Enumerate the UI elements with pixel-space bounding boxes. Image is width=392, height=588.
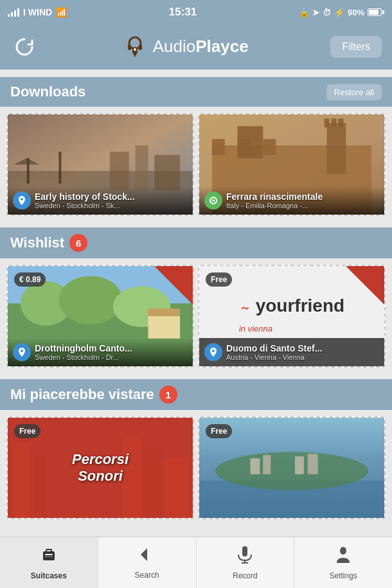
refresh-button[interactable] — [10, 33, 39, 61]
pin-icon-stockholm — [13, 192, 31, 209]
status-right: 🔒 ➤ ⏱ ⚡ 90% — [299, 8, 384, 17]
restore-all-button[interactable]: Restore all — [326, 84, 382, 100]
downloads-header: Downloads Restore all — [0, 77, 392, 107]
svg-rect-30 — [148, 313, 180, 339]
card-overlay-drottningholm: Drottningholm Canto... Sweden - Stockhol… — [8, 338, 193, 366]
tab-search-label: Search — [135, 571, 159, 580]
search-icon — [138, 546, 156, 568]
svg-rect-17 — [263, 139, 276, 155]
svg-rect-10 — [110, 152, 129, 190]
svg-rect-20 — [325, 118, 330, 127]
svg-rect-12 — [154, 155, 180, 190]
svg-rect-19 — [327, 123, 346, 174]
downloads-title: Downloads — [10, 84, 85, 100]
svg-rect-22 — [338, 118, 343, 127]
card-ferrara[interactable]: Ferrara rinascimentale Italy - Emilia-Ro… — [198, 113, 386, 216]
svg-rect-43 — [263, 455, 271, 474]
card-title-drottningholm: Drottningholm Canto... — [35, 343, 188, 353]
card-lake[interactable]: Free — [198, 416, 386, 519]
svg-rect-31 — [148, 308, 180, 316]
svg-rect-34 — [14, 442, 30, 518]
status-left: I WIND 📶 — [8, 7, 67, 17]
tab-search[interactable]: Search — [98, 537, 197, 588]
tab-record[interactable]: Record — [197, 537, 295, 588]
bluetooth-icon: ⚡ — [334, 8, 344, 17]
signal-icon — [8, 8, 19, 17]
svg-rect-11 — [136, 145, 148, 190]
price-yourfriend: Free — [206, 272, 232, 287]
card-subtitle-yourfriend: Austria - Vienna - Vienna — [226, 353, 379, 361]
time-display: 15:31 — [169, 6, 197, 19]
card-overlay-stockholm: Early history of Stock... Sweden - Stock… — [8, 186, 193, 215]
card-stockholm[interactable]: Early history of Stock... Sweden - Stock… — [6, 113, 194, 216]
percorsi-text: Percorsi Sonori — [54, 451, 147, 485]
clock-icon: ⏱ — [323, 8, 331, 17]
card-percorsi[interactable]: Percorsi Sonori Free — [6, 416, 194, 519]
card-drottningholm[interactable]: € 0.89 Drottningholm Canto... Sweden - S… — [6, 265, 194, 368]
svg-rect-42 — [250, 458, 260, 474]
app-logo: AudioPlayce — [121, 33, 249, 61]
price-lake: Free — [206, 424, 232, 438]
card-title-stockholm: Early history of Stock... — [35, 192, 188, 202]
tab-settings[interactable]: Settings — [294, 537, 392, 588]
svg-rect-1 — [128, 44, 131, 50]
battery-label: 90% — [348, 8, 364, 17]
suitcases-icon — [39, 545, 58, 569]
card-overlay-ferrara: Ferrara rinascimentale Italy - Emilia-Ro… — [199, 186, 384, 215]
svg-rect-51 — [242, 546, 247, 557]
app-header: AudioPlayce Filters — [0, 24, 392, 69]
mipiacere-badge: 1 — [159, 386, 177, 404]
ribbon-yourfriend — [346, 266, 384, 305]
tab-bar: Suitcases Search Record Se — [0, 537, 392, 588]
wishlist-section: Wishlist 6 — [0, 227, 392, 371]
carrier-label: I WIND — [23, 7, 52, 17]
mipiacere-title: Mi piacerebbe vistare — [10, 386, 154, 403]
wishlist-title: Wishlist — [10, 235, 64, 251]
svg-marker-50 — [141, 548, 147, 561]
card-yourfriend[interactable]: ～ yourfriend in vienna — [198, 265, 386, 368]
svg-point-54 — [340, 547, 346, 555]
card-overlay-yourfriend: Duomo di Santo Stef... Austria - Vienna … — [199, 338, 384, 366]
svg-rect-49 — [45, 557, 53, 557]
svg-point-4 — [134, 48, 136, 51]
yourfriend-text: ～ yourfriend in vienna — [239, 296, 344, 336]
svg-rect-8 — [58, 152, 61, 184]
location-icon: ➤ — [312, 8, 319, 17]
logo-text: AudioPlayce — [153, 37, 249, 57]
svg-rect-38 — [164, 458, 190, 518]
settings-icon — [334, 545, 352, 569]
mipiacere-header: Mi piacerebbe vistare 1 — [0, 379, 392, 410]
svg-rect-44 — [295, 456, 304, 474]
filters-button[interactable]: Filters — [330, 36, 382, 58]
ribbon-drottningholm — [154, 266, 193, 305]
card-title-ferrara: Ferrara rinascimentale — [226, 192, 379, 202]
downloads-section: Downloads Restore all — [0, 77, 392, 220]
svg-rect-37 — [145, 449, 161, 518]
battery-icon — [368, 8, 384, 16]
card-title-yourfriend: Duomo di Santo Stef... — [226, 343, 379, 353]
mipiacere-grid: Percorsi Sonori Free — [0, 413, 392, 523]
wifi-icon: 📶 — [56, 7, 67, 17]
svg-rect-18 — [238, 126, 263, 158]
svg-point-41 — [215, 452, 368, 490]
main-content: Downloads Restore all — [0, 69, 392, 537]
tab-suitcases[interactable]: Suitcases — [0, 537, 98, 588]
logo-icon — [121, 33, 149, 61]
wishlist-badge: 6 — [69, 234, 87, 252]
svg-rect-2 — [139, 44, 142, 50]
wishlist-header: Wishlist 6 — [0, 227, 392, 258]
svg-point-28 — [58, 276, 122, 324]
price-drottningholm: € 0.89 — [14, 272, 46, 287]
svg-rect-48 — [45, 554, 53, 555]
card-subtitle-ferrara: Italy - Emilia-Romagna -... — [226, 202, 379, 209]
status-bar: I WIND 📶 15:31 🔒 ➤ ⏱ ⚡ 90% — [0, 0, 392, 24]
svg-point-24 — [212, 199, 215, 202]
card-subtitle-drottningholm: Sweden - Stockholm - Dr... — [35, 353, 188, 361]
pin-icon-yourfriend — [204, 343, 222, 361]
tab-settings-label: Settings — [329, 571, 357, 580]
tab-suitcases-label: Suitcases — [31, 571, 67, 580]
record-icon — [236, 545, 254, 569]
pin-icon-ferrara — [204, 192, 222, 209]
price-percorsi: Free — [14, 424, 40, 438]
svg-rect-21 — [332, 118, 337, 127]
